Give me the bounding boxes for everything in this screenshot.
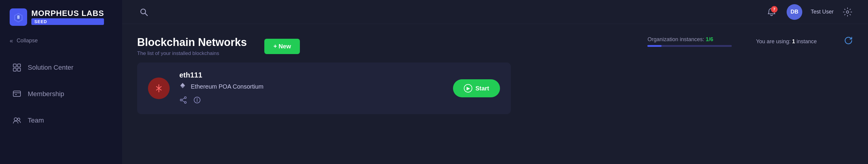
topbar: 7 DB Test User bbox=[122, 0, 868, 24]
logo-badge: SEED bbox=[31, 18, 104, 25]
membership-icon bbox=[12, 89, 22, 99]
svg-rect-3 bbox=[13, 64, 16, 67]
sidebar-item-label: Membership bbox=[28, 90, 64, 98]
play-icon: ▶ bbox=[464, 84, 472, 92]
page-header-row: Blockchain Networks The list of your ins… bbox=[137, 36, 853, 56]
page-subtitle: The list of your installed blockchains bbox=[137, 50, 247, 56]
svg-point-18 bbox=[184, 97, 186, 98]
sidebar-nav: Solution Center Membership bbox=[0, 54, 122, 134]
sidebar: MORPHEUS LABS SEED « Collapse Solution C… bbox=[0, 0, 122, 164]
ethereum-icon bbox=[179, 82, 186, 91]
cards-area: eth111 Ethereum POA Consortium bbox=[137, 63, 853, 114]
share-icon[interactable] bbox=[179, 96, 187, 106]
card-name: eth111 bbox=[179, 71, 443, 79]
svg-rect-5 bbox=[13, 68, 16, 71]
search-button[interactable] bbox=[137, 5, 150, 18]
info-icon[interactable] bbox=[193, 96, 201, 106]
new-button[interactable]: + New bbox=[264, 39, 300, 54]
main-content: 7 DB Test User Blockchain Networks The l… bbox=[122, 0, 868, 164]
chevron-left-icon: « bbox=[10, 37, 13, 44]
notification-button[interactable]: 7 bbox=[765, 5, 778, 18]
card-icon bbox=[148, 78, 170, 99]
card-info: eth111 Ethereum POA Consortium bbox=[179, 71, 443, 106]
collapse-label: Collapse bbox=[17, 38, 38, 44]
collapse-button[interactable]: « Collapse bbox=[0, 34, 122, 51]
svg-point-10 bbox=[14, 118, 17, 121]
svg-point-14 bbox=[846, 11, 849, 13]
sidebar-item-label: Solution Center bbox=[28, 64, 73, 72]
svg-line-22 bbox=[182, 100, 184, 102]
using-instances-label: You are using: 1 instance bbox=[756, 38, 817, 45]
sidebar-item-solution-center[interactable]: Solution Center bbox=[0, 54, 122, 81]
start-button[interactable]: ▶ Start bbox=[453, 79, 500, 97]
logo-name: MORPHEUS LABS bbox=[31, 9, 104, 17]
user-name: Test User bbox=[811, 9, 834, 15]
card-type: Ethereum POA Consortium bbox=[191, 83, 264, 90]
sidebar-item-team[interactable]: Team bbox=[0, 107, 122, 134]
page-title: Blockchain Networks bbox=[137, 36, 247, 49]
sidebar-item-membership[interactable]: Membership bbox=[0, 81, 122, 107]
header-left: Blockchain Networks The list of your ins… bbox=[137, 36, 300, 56]
svg-point-25 bbox=[197, 98, 197, 98]
svg-rect-7 bbox=[13, 91, 21, 96]
svg-point-11 bbox=[18, 118, 20, 120]
page-title-area: Blockchain Networks The list of your ins… bbox=[137, 36, 247, 56]
svg-point-19 bbox=[184, 101, 186, 103]
svg-rect-4 bbox=[18, 64, 21, 67]
blockchain-card: eth111 Ethereum POA Consortium bbox=[137, 63, 511, 114]
card-actions bbox=[179, 96, 443, 106]
grid-icon bbox=[12, 63, 22, 72]
svg-rect-2 bbox=[17, 15, 20, 19]
start-label: Start bbox=[475, 85, 489, 92]
card-type-row: Ethereum POA Consortium bbox=[179, 82, 443, 91]
org-instances-label: Organization instances: 1/6 bbox=[647, 36, 732, 43]
logo-icon bbox=[10, 8, 27, 26]
stats-right: Organization instances: 1/6 You are usin… bbox=[647, 36, 853, 47]
refresh-button[interactable] bbox=[844, 36, 853, 47]
logo-text: MORPHEUS LABS SEED bbox=[31, 9, 104, 25]
topbar-right: 7 DB Test User bbox=[765, 4, 853, 20]
svg-line-21 bbox=[182, 98, 184, 100]
svg-point-20 bbox=[180, 99, 182, 101]
org-instances-block: Organization instances: 1/6 bbox=[647, 36, 732, 47]
sidebar-item-label: Team bbox=[28, 117, 44, 124]
page-content: Blockchain Networks The list of your ins… bbox=[122, 24, 868, 164]
settings-button[interactable] bbox=[842, 7, 853, 17]
svg-line-13 bbox=[145, 13, 147, 15]
progress-bar-fill bbox=[647, 45, 661, 47]
using-instances-block: You are using: 1 instance bbox=[756, 38, 817, 45]
progress-bar-bg bbox=[647, 45, 732, 47]
team-icon bbox=[12, 116, 22, 125]
svg-rect-6 bbox=[18, 68, 21, 71]
notification-badge: 7 bbox=[771, 6, 778, 13]
logo-area: MORPHEUS LABS SEED bbox=[0, 0, 122, 34]
avatar[interactable]: DB bbox=[786, 4, 802, 20]
